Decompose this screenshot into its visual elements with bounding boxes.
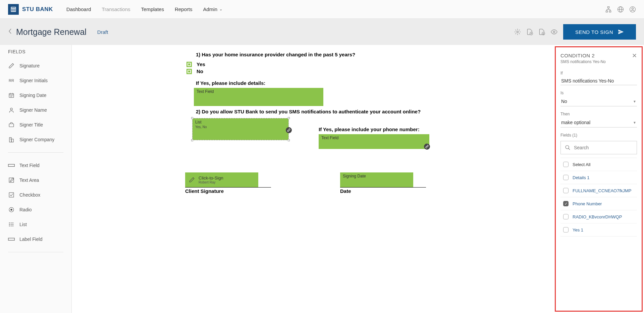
date-line bbox=[340, 187, 426, 188]
text-field-phone[interactable]: Text Field bbox=[319, 134, 429, 149]
sidebar-item-label: Text Area bbox=[19, 177, 39, 183]
fields-sidebar: FIELDS Signature RR Signer Initials 17 S… bbox=[0, 45, 72, 313]
checkbox[interactable] bbox=[563, 214, 569, 219]
svg-point-16 bbox=[632, 8, 634, 9]
checkbox-field[interactable] bbox=[186, 62, 192, 67]
svg-rect-30 bbox=[9, 124, 14, 127]
sitemap-icon[interactable] bbox=[605, 6, 612, 13]
if-yes-phone-label: If Yes, please include your phone number… bbox=[319, 126, 429, 132]
sidebar-item-text-field[interactable]: Text Field bbox=[0, 158, 71, 173]
is-label: Is bbox=[560, 91, 637, 95]
svg-point-44 bbox=[9, 224, 10, 225]
sidebar-item-signer-initials[interactable]: RR Signer Initials bbox=[0, 73, 71, 88]
document-plus-icon[interactable] bbox=[526, 29, 533, 35]
user-icon[interactable] bbox=[629, 6, 636, 13]
page-title: Mortgage Renewal bbox=[16, 27, 87, 37]
checkbox-checked[interactable]: ✓ bbox=[563, 201, 569, 206]
svg-point-29 bbox=[10, 108, 12, 110]
globe-icon[interactable] bbox=[617, 6, 624, 13]
question-2: 2) Do you allow STU Bank to send you SMS… bbox=[196, 109, 604, 114]
field-item-yes1[interactable]: Yes 1 bbox=[560, 223, 637, 237]
sidebar-divider bbox=[8, 152, 63, 153]
search-box[interactable] bbox=[560, 141, 637, 154]
logo-text: STU BANK bbox=[22, 6, 53, 13]
select-all-label: Select All bbox=[573, 162, 590, 167]
sidebar-item-signer-title[interactable]: Signer Title bbox=[0, 117, 71, 132]
sidebar-item-signing-date[interactable]: 17 Signing Date bbox=[0, 88, 71, 103]
checkbox[interactable] bbox=[563, 175, 569, 180]
field-label: Text Field bbox=[197, 89, 214, 94]
nav-item-admin[interactable]: Admin ⌄ bbox=[203, 6, 222, 12]
signing-date-field[interactable]: Signing Date bbox=[340, 172, 413, 187]
nav-item-templates[interactable]: Templates bbox=[141, 6, 164, 12]
svg-point-17 bbox=[517, 31, 519, 33]
link-icon[interactable] bbox=[286, 127, 292, 133]
sidebar-item-label: List bbox=[19, 222, 27, 227]
select-all-item[interactable]: Select All bbox=[560, 158, 637, 171]
field-label: Text Field bbox=[321, 136, 338, 140]
sidebar-item-signer-company[interactable]: Signer Company bbox=[0, 132, 71, 147]
checkbox[interactable] bbox=[563, 188, 569, 193]
date-block: Signing Date Date bbox=[340, 172, 426, 194]
sidebar-item-text-area[interactable]: Text Area bbox=[0, 173, 71, 188]
text-field-1[interactable]: Text Field bbox=[194, 88, 323, 106]
search-input[interactable] bbox=[574, 145, 633, 150]
checkbox[interactable] bbox=[563, 227, 569, 232]
list-options: Yes, No bbox=[195, 125, 286, 129]
gear-icon[interactable] bbox=[514, 29, 521, 35]
nav-item-transactions[interactable]: Transactions bbox=[102, 6, 130, 12]
sidebar-item-list[interactable]: List bbox=[0, 217, 71, 232]
checkbox-field[interactable] bbox=[186, 69, 192, 74]
sidebar-item-label: Signer Company bbox=[19, 137, 54, 142]
question-1: 1) Has your home insurance provider chan… bbox=[196, 52, 604, 57]
close-button[interactable]: ✕ bbox=[632, 53, 637, 59]
nav-item-dashboard[interactable]: Dashboard bbox=[66, 6, 91, 12]
field-label: FULLNAME_CCNEAO7fkJMP bbox=[573, 188, 632, 193]
chevron-down-icon: ⌄ bbox=[219, 7, 222, 11]
send-to-sign-button[interactable]: SEND TO SIGN bbox=[563, 24, 636, 40]
is-select[interactable]: No ▼ bbox=[560, 97, 637, 106]
sidebar-item-checkbox[interactable]: Checkbox bbox=[0, 188, 71, 202]
sidebar-item-label: Label Field bbox=[19, 237, 43, 242]
sidebar-item-label: Signer Name bbox=[19, 107, 47, 113]
svg-rect-31 bbox=[9, 138, 11, 142]
field-item-phone[interactable]: ✓ Phone Number bbox=[560, 197, 637, 210]
signature-block: Click-to-Sign Robert Ray Client Signatur… bbox=[185, 172, 271, 194]
sidebar-item-signature[interactable]: Signature bbox=[0, 58, 71, 73]
resize-handle[interactable] bbox=[288, 139, 290, 141]
person-icon bbox=[8, 107, 15, 113]
search-icon bbox=[565, 145, 571, 151]
eye-icon[interactable] bbox=[550, 29, 558, 35]
if-value[interactable]: SMS notifications Yes-No bbox=[560, 77, 637, 85]
nav-item-reports[interactable]: Reports bbox=[175, 6, 193, 12]
dropdown-icon: ▼ bbox=[633, 100, 636, 103]
send-icon bbox=[618, 29, 624, 35]
sub-header-right: SEND TO SIGN bbox=[514, 24, 636, 40]
then-select[interactable]: make optional ▼ bbox=[560, 118, 637, 127]
if-yes-details-label: If Yes, please include details: bbox=[196, 80, 604, 86]
svg-rect-35 bbox=[8, 164, 14, 167]
textfield-icon bbox=[8, 162, 15, 169]
back-button[interactable] bbox=[8, 28, 12, 36]
field-list: Select All Details 1 FULLNAME_CCNEAO7fkJ… bbox=[560, 158, 637, 237]
list-field[interactable]: List Yes, No bbox=[193, 118, 288, 140]
link-icon[interactable] bbox=[424, 144, 430, 150]
svg-rect-32 bbox=[11, 139, 13, 142]
sidebar-item-signer-name[interactable]: Signer Name bbox=[0, 103, 71, 117]
resize-handle[interactable] bbox=[191, 139, 193, 141]
logo[interactable]: STU BANK bbox=[8, 4, 53, 15]
resize-handle[interactable] bbox=[191, 117, 193, 119]
checkbox-yes: Yes bbox=[186, 61, 604, 67]
signer-name: Robert Ray bbox=[199, 180, 223, 184]
checkbox[interactable] bbox=[563, 162, 569, 167]
field-item-radio[interactable]: RADIO_KBvconrDHWQP bbox=[560, 210, 637, 223]
resize-handle[interactable] bbox=[288, 117, 290, 119]
sidebar-item-label-field[interactable]: Label Field bbox=[0, 232, 71, 247]
document-download-icon[interactable] bbox=[538, 29, 545, 35]
svg-rect-46 bbox=[8, 238, 14, 241]
field-item-details[interactable]: Details 1 bbox=[560, 171, 637, 184]
sidebar-item-radio[interactable]: Radio bbox=[0, 202, 71, 217]
field-item-fullname[interactable]: FULLNAME_CCNEAO7fkJMP bbox=[560, 184, 637, 197]
svg-point-47 bbox=[566, 146, 569, 149]
click-to-sign-field[interactable]: Click-to-Sign Robert Ray bbox=[185, 172, 258, 187]
